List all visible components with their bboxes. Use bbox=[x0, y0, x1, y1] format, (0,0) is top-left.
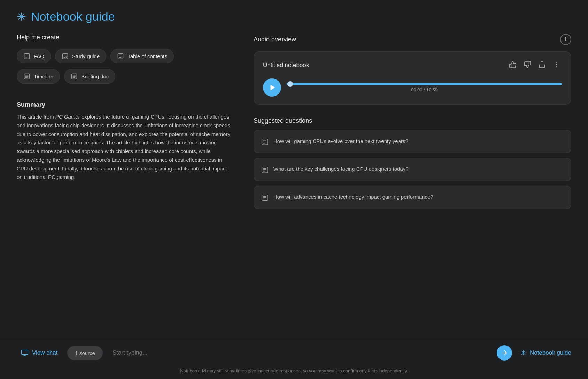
footer-bar: View chat 1 source ✳ Notebook guide bbox=[0, 340, 588, 365]
view-chat-label: View chat bbox=[32, 349, 57, 356]
progress-bar[interactable] bbox=[287, 83, 562, 85]
source-pill[interactable]: 1 source bbox=[67, 346, 103, 360]
action-button-group-2: Timeline Briefing doc bbox=[17, 69, 233, 84]
notebook-guide-label: Notebook guide bbox=[530, 349, 571, 356]
audio-controls-right bbox=[508, 59, 562, 71]
study-guide-button[interactable]: Study guide bbox=[55, 49, 106, 63]
main-content: Help me create FAQ bbox=[0, 30, 588, 214]
more-options-button[interactable] bbox=[551, 59, 562, 71]
question-icon-1 bbox=[261, 138, 269, 146]
audio-overview-label: Audio overview bbox=[254, 36, 296, 43]
question-icon-3 bbox=[261, 194, 269, 202]
chat-icon bbox=[21, 349, 29, 357]
summary-italic: PC Gamer bbox=[55, 114, 80, 120]
time-display: 00:00 / 10:59 bbox=[287, 87, 562, 92]
svg-marker-24 bbox=[270, 85, 275, 91]
send-icon bbox=[501, 349, 508, 357]
source-label: 1 source bbox=[75, 350, 95, 356]
faq-button[interactable]: FAQ bbox=[17, 49, 51, 63]
summary-text-after: explores the future of gaming CPUs, focu… bbox=[17, 114, 230, 180]
right-panel: Audio overview ℹ Untitled notebook bbox=[254, 34, 571, 214]
send-button[interactable] bbox=[497, 345, 512, 361]
suggested-questions-label: Suggested questions bbox=[254, 117, 571, 124]
question-icon-2 bbox=[261, 166, 269, 174]
thumbs-down-icon bbox=[524, 61, 531, 68]
more-options-icon bbox=[553, 61, 560, 68]
svg-point-23 bbox=[556, 66, 557, 67]
share-icon bbox=[538, 61, 546, 68]
audio-card: Untitled notebook bbox=[254, 51, 571, 105]
question-card-3[interactable]: How will advances in cache technology im… bbox=[254, 186, 571, 209]
notebook-guide-button[interactable]: ✳ Notebook guide bbox=[520, 349, 571, 357]
table-of-contents-button[interactable]: Table of contents bbox=[110, 49, 173, 63]
action-button-group: FAQ Study guide bbox=[17, 49, 233, 63]
table-of-contents-label: Table of contents bbox=[127, 53, 167, 59]
question-text-2: What are the key challenges facing CPU d… bbox=[273, 165, 409, 173]
footer-disclaimer: NotebookLM may still sometimes give inac… bbox=[0, 365, 588, 379]
summary-section: Summary This article from PC Gamer explo… bbox=[17, 101, 233, 182]
progress-wrapper: 00:00 / 10:59 bbox=[287, 83, 562, 92]
header: ✳ Notebook guide bbox=[0, 0, 588, 30]
search-input-wrapper bbox=[108, 345, 515, 361]
audio-card-header: Untitled notebook bbox=[263, 59, 562, 71]
left-panel: Help me create FAQ bbox=[17, 34, 254, 214]
question-text-1: How will gaming CPUs evolve over the nex… bbox=[273, 137, 408, 145]
question-card-2[interactable]: What are the key challenges facing CPU d… bbox=[254, 158, 571, 181]
thumbs-up-icon bbox=[509, 61, 517, 68]
timeline-icon bbox=[23, 73, 30, 80]
header-asterisk-icon: ✳ bbox=[17, 11, 26, 22]
summary-title: Summary bbox=[17, 101, 233, 108]
briefing-doc-icon bbox=[71, 73, 78, 80]
thumbs-down-button[interactable] bbox=[522, 59, 533, 71]
question-text-3: How will advances in cache technology im… bbox=[273, 193, 433, 201]
play-icon bbox=[269, 84, 277, 91]
table-of-contents-icon bbox=[117, 53, 124, 60]
faq-icon bbox=[23, 53, 30, 60]
view-chat-button[interactable]: View chat bbox=[17, 346, 62, 360]
briefing-doc-button[interactable]: Briefing doc bbox=[64, 69, 115, 84]
page-title: Notebook guide bbox=[31, 10, 115, 23]
audio-player-row: 00:00 / 10:59 bbox=[263, 78, 562, 97]
svg-point-22 bbox=[556, 64, 557, 65]
footer: View chat 1 source ✳ Notebook guide Note… bbox=[0, 340, 588, 379]
search-input[interactable] bbox=[108, 345, 515, 361]
summary-text: This article from PC Gamer explores the … bbox=[17, 113, 233, 182]
timeline-button[interactable]: Timeline bbox=[17, 69, 60, 84]
study-guide-icon bbox=[62, 53, 69, 60]
thumbs-up-button[interactable] bbox=[508, 59, 518, 71]
audio-notebook-title: Untitled notebook bbox=[263, 62, 309, 69]
audio-info-button[interactable]: ℹ bbox=[560, 34, 571, 45]
briefing-doc-label: Briefing doc bbox=[81, 74, 109, 79]
help-me-create-label: Help me create bbox=[17, 34, 233, 41]
play-button[interactable] bbox=[263, 78, 281, 97]
svg-point-21 bbox=[556, 62, 557, 63]
svg-rect-37 bbox=[22, 350, 28, 355]
progress-thumb[interactable] bbox=[287, 81, 293, 87]
audio-overview-header: Audio overview ℹ bbox=[254, 34, 571, 45]
info-icon: ℹ bbox=[565, 36, 567, 43]
faq-label: FAQ bbox=[34, 53, 44, 59]
study-guide-label: Study guide bbox=[72, 53, 100, 59]
notebook-guide-asterisk-icon: ✳ bbox=[520, 349, 526, 357]
summary-text-before: This article from bbox=[17, 114, 55, 120]
question-card-1[interactable]: How will gaming CPUs evolve over the nex… bbox=[254, 130, 571, 153]
timeline-label: Timeline bbox=[34, 74, 53, 79]
share-button[interactable] bbox=[537, 59, 547, 71]
